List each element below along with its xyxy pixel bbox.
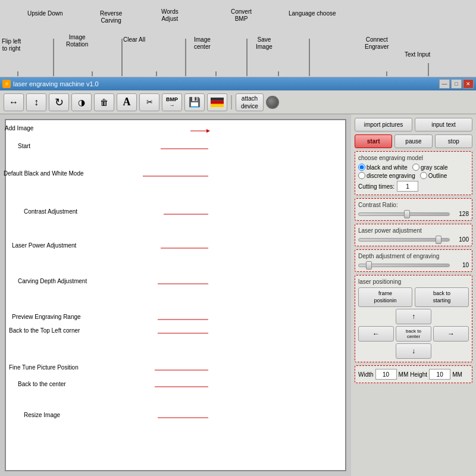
convert-bmp-button[interactable]: BMP→ <box>162 93 182 111</box>
resize-box: Width MM Height MM <box>355 365 472 383</box>
contrast-box: Contrast Ratio: 128 <box>355 198 472 221</box>
radio-row-1: black and white gray scale <box>358 164 469 171</box>
contrast-slider-row: 128 <box>358 211 469 217</box>
width-mm: MM <box>399 371 409 378</box>
radio-discrete[interactable]: discrete engraving <box>358 172 415 179</box>
height-input[interactable] <box>429 369 450 380</box>
contrast-adj-label: Contrast Adjustment <box>24 208 77 215</box>
contrast-value: 128 <box>452 211 469 217</box>
toolbar-separator <box>231 95 232 109</box>
cutting-times-input[interactable] <box>397 181 418 192</box>
flip-lr-button[interactable]: ↔ <box>4 93 24 111</box>
depth-thumb[interactable] <box>366 261 372 270</box>
add-image-row: import pictures input text <box>355 118 472 131</box>
clear-all-button[interactable]: 🗑 <box>94 93 114 111</box>
svg-rect-14 <box>211 104 224 107</box>
laser-power-box: Laser power adjustment 100 <box>355 224 472 246</box>
positioning-buttons-row: frame positionin back to starting <box>358 287 469 307</box>
nav-empty-br <box>433 343 469 359</box>
save-image-button[interactable]: 💾 <box>184 93 205 111</box>
ann-flip-left-right: Flip left to right <box>2 38 21 52</box>
frame-position-button[interactable]: frame positionin <box>358 287 412 307</box>
default-bw-label: Default Black and White Mode <box>4 170 84 177</box>
svg-rect-12 <box>211 98 224 101</box>
depth-value: 10 <box>452 262 469 268</box>
text-button[interactable]: A <box>117 93 137 111</box>
laser-power-title: Laser power adjustment <box>358 227 469 234</box>
import-pictures-button[interactable]: import pictures <box>355 118 412 131</box>
minimize-button[interactable]: — <box>439 79 450 89</box>
rotate-button[interactable]: ↻ <box>49 93 69 111</box>
width-input[interactable] <box>375 369 397 380</box>
start-button[interactable]: start <box>355 134 392 148</box>
ann-clear-all: Clear All <box>123 36 145 43</box>
pause-button[interactable]: pause <box>394 134 432 148</box>
positioning-title: laser positioning <box>358 278 469 285</box>
contrast-thumb[interactable] <box>404 210 410 218</box>
width-label: Width <box>358 371 374 378</box>
nav-center-button[interactable]: back to center <box>396 326 431 342</box>
radio-gray-scale[interactable]: gray scale <box>412 164 448 171</box>
laser-positioning-box: laser positioning frame positionin back … <box>355 275 472 362</box>
back-center-label: Back to the center <box>18 381 66 387</box>
ann-upside-down: Upside Down <box>27 10 62 17</box>
window-title: laser engraving machine v1.0 <box>13 80 99 87</box>
laser-power-thumb[interactable] <box>436 236 441 244</box>
back-to-starting-button[interactable]: back to starting <box>415 287 469 307</box>
maximize-button[interactable]: □ <box>451 79 462 89</box>
toolbar: ↔ ↕ ↻ ◑ 🗑 A ✂ BMP→ 💾 attach device <box>0 90 476 114</box>
nav-down-button[interactable]: ↓ <box>396 343 431 359</box>
ann-save-image: Save Image <box>256 36 273 51</box>
cutting-times-row: Cutting times: <box>358 181 469 192</box>
input-text-button[interactable]: input text <box>415 118 472 131</box>
height-label: Height <box>410 371 427 378</box>
canvas-area: Add Image Start Default Black and White … <box>0 114 351 476</box>
app-icon: ⚡ <box>2 80 11 88</box>
svg-rect-13 <box>211 101 224 104</box>
carving-depth-label: Carving Depth Adjustment <box>18 278 87 284</box>
depth-box: Depth adjustment of engraving 10 <box>355 249 472 272</box>
radio-row-2: discrete engraving Outline <box>358 172 469 179</box>
back-top-left-label: Back to the Top Left corner <box>9 327 80 334</box>
depth-title: Depth adjustment of engraving <box>358 253 469 259</box>
laser-power-slider-row: 100 <box>358 236 469 243</box>
flip-ud-button[interactable]: ↕ <box>26 93 46 111</box>
nav-right-button[interactable]: → <box>433 326 469 342</box>
depth-slider-row: 10 <box>358 262 469 268</box>
titlebar: ⚡ laser engraving machine v1.0 — □ ✕ <box>0 77 476 90</box>
language-button[interactable] <box>207 93 227 111</box>
radio-outline[interactable]: Outline <box>420 172 447 179</box>
ann-reverse-carving: Reverse Carving <box>100 10 122 24</box>
stop-button[interactable]: stop <box>435 134 472 148</box>
radio-black-white[interactable]: black and white <box>358 164 408 171</box>
nav-empty-tr <box>433 309 469 324</box>
laser-power-track <box>358 238 450 242</box>
contrast-track <box>358 212 450 216</box>
fine-tune-label: Fine Tune Picture Position <box>9 364 79 371</box>
words-adjust-button[interactable]: ✂ <box>139 93 159 111</box>
ann-language-choose: Language choose <box>289 10 336 17</box>
laser-power-adj-label: Laser Power Adjustment <box>12 242 76 249</box>
right-panel: import pictures input text start pause s… <box>351 114 476 476</box>
laser-power-value: 100 <box>452 236 469 243</box>
engraving-model-title: choose engraving model <box>358 155 469 161</box>
add-image-label: Add Image <box>5 125 33 131</box>
preview-range-label: Preview Engraving Range <box>12 314 81 320</box>
engraving-model-box: choose engraving model black and white g… <box>355 151 472 195</box>
ann-convert-bmp: Convert BMP <box>231 8 252 23</box>
start-controls-row: start pause stop <box>355 134 472 148</box>
nav-left-button[interactable]: ← <box>358 326 394 342</box>
connection-indicator <box>266 96 279 109</box>
resize-row: Width MM Height MM <box>358 369 469 380</box>
resize-image-label: Resize Image <box>24 412 60 418</box>
nav-up-button[interactable]: ↑ <box>396 309 431 324</box>
ann-connect-engraver: Connect Engraver <box>365 36 389 51</box>
attach-device-button[interactable]: attach device <box>236 93 264 111</box>
start-label: Start <box>18 143 30 149</box>
cutting-times-label: Cutting times: <box>358 183 394 190</box>
close-button[interactable]: ✕ <box>463 79 474 89</box>
ann-image-rotation: Image Rotation <box>66 34 88 48</box>
reverse-carving-button[interactable]: ◑ <box>71 93 92 111</box>
depth-track <box>358 264 450 267</box>
ann-image-center: Image center <box>194 36 211 51</box>
